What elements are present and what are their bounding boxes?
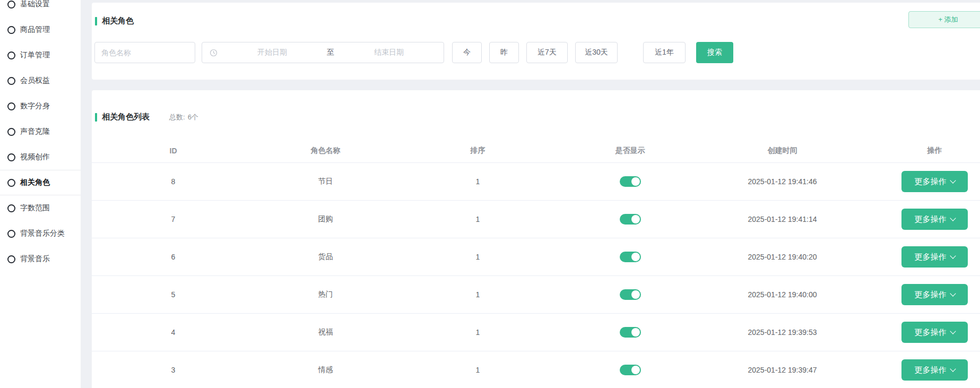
total-count-label: 总数: (169, 113, 185, 122)
sidebar-item-7[interactable]: 相关角色 (0, 170, 81, 195)
cell-visible (554, 365, 706, 375)
cell-created: 2025-01-12 19:39:47 (706, 366, 858, 374)
cell-name: 节日 (249, 177, 402, 186)
toggle-knob (631, 177, 640, 186)
cell-visible (554, 176, 706, 187)
circle-icon (7, 102, 15, 110)
quick-filter-7days[interactable]: 近7天 (526, 42, 568, 63)
more-actions-button[interactable]: 更多操作 (901, 209, 968, 230)
column-header-visible: 是否显示 (554, 146, 706, 156)
more-actions-button[interactable]: 更多操作 (901, 284, 968, 305)
sidebar-item-8[interactable]: 字数范围 (0, 195, 81, 221)
quick-filter-yesterday[interactable]: 昨 (489, 42, 519, 63)
circle-icon (7, 153, 15, 161)
list-card: 相关角色列表 总数: 6个 ID 角色名称 排序 是否显示 创建时间 操作 8节… (92, 90, 980, 388)
sidebar-item-10[interactable]: 背景音乐 (0, 246, 81, 272)
column-header-created: 创建时间 (706, 146, 858, 156)
table-row: 4祝福12025-01-12 19:39:53更多操作 (92, 314, 980, 351)
circle-icon (7, 179, 15, 187)
cell-sort: 1 (402, 366, 554, 374)
column-header-actions: 操作 (858, 146, 980, 156)
sidebar-item-label: 相关角色 (20, 178, 50, 187)
cell-created: 2025-01-12 19:41:14 (706, 215, 858, 223)
more-actions-label: 更多操作 (915, 252, 947, 262)
more-actions-label: 更多操作 (915, 214, 947, 225)
search-button[interactable]: 搜索 (696, 42, 733, 63)
visibility-toggle[interactable] (620, 176, 641, 187)
more-actions-button[interactable]: 更多操作 (901, 171, 968, 192)
cell-actions: 更多操作 (858, 246, 980, 268)
sidebar-item-6[interactable]: 视频创作 (0, 144, 81, 170)
visibility-toggle[interactable] (620, 252, 641, 262)
sidebar-item-0[interactable]: 基础设置 (0, 0, 81, 17)
sidebar-item-9[interactable]: 背景音乐分类 (0, 221, 81, 246)
cell-visible (554, 252, 706, 262)
cell-sort: 1 (402, 290, 554, 299)
circle-icon (7, 1, 15, 8)
visibility-toggle[interactable] (620, 365, 641, 375)
toggle-knob (631, 366, 640, 374)
circle-icon (7, 77, 15, 85)
cell-name: 团购 (249, 214, 402, 224)
role-name-input[interactable] (94, 42, 195, 63)
clock-icon (210, 49, 218, 57)
sidebar-item-5[interactable]: 声音克隆 (0, 119, 81, 144)
more-actions-label: 更多操作 (915, 327, 947, 338)
cell-name: 热门 (249, 290, 402, 299)
table-header: ID 角色名称 排序 是否显示 创建时间 操作 (92, 139, 980, 163)
quick-filter-today[interactable]: 今 (452, 42, 482, 63)
cell-name: 货品 (249, 252, 402, 262)
add-button[interactable]: + 添加 (908, 11, 980, 28)
cell-id: 3 (97, 366, 249, 374)
date-separator: 至 (327, 48, 334, 57)
table-row: 8节日12025-01-12 19:41:46更多操作 (92, 163, 980, 201)
sidebar-item-label: 背景音乐 (20, 254, 50, 264)
table-row: 5热门12025-01-12 19:40:00更多操作 (92, 276, 980, 314)
end-date-placeholder[interactable]: 结束日期 (334, 48, 444, 57)
cell-actions: 更多操作 (858, 171, 980, 192)
circle-icon (7, 204, 15, 212)
start-date-placeholder[interactable]: 开始日期 (218, 48, 327, 57)
chevron-down-icon (950, 215, 956, 221)
cell-sort: 1 (402, 328, 554, 337)
cell-created: 2025-01-12 19:41:46 (706, 177, 858, 186)
sidebar-menu: 基础设置商品管理订单管理会员权益数字分身声音克隆视频创作相关角色字数范围背景音乐… (0, 0, 81, 272)
cell-id: 4 (97, 328, 249, 337)
total-count-value: 6个 (188, 113, 198, 122)
visibility-toggle[interactable] (620, 327, 641, 338)
more-actions-button[interactable]: 更多操作 (901, 359, 968, 381)
cell-name: 情感 (249, 365, 402, 375)
circle-icon (7, 128, 15, 136)
date-range-picker[interactable]: 开始日期 至 结束日期 (202, 42, 444, 63)
more-actions-button[interactable]: 更多操作 (901, 322, 968, 343)
sidebar-item-2[interactable]: 订单管理 (0, 42, 81, 68)
sidebar-item-4[interactable]: 数字分身 (0, 93, 81, 119)
cell-created: 2025-01-12 19:40:20 (706, 253, 858, 261)
circle-icon (7, 230, 15, 238)
more-actions-button[interactable]: 更多操作 (901, 246, 968, 268)
cell-created: 2025-01-12 19:40:00 (706, 290, 858, 299)
cell-visible (554, 214, 706, 225)
sidebar-item-3[interactable]: 会员权益 (0, 68, 81, 93)
cell-id: 5 (97, 290, 249, 299)
circle-icon (7, 26, 15, 34)
cell-id: 6 (97, 253, 249, 261)
visibility-toggle[interactable] (620, 214, 641, 225)
toggle-knob (631, 328, 640, 337)
cell-sort: 1 (402, 215, 554, 223)
chevron-down-icon (950, 366, 956, 372)
cell-visible (554, 289, 706, 300)
chevron-down-icon (950, 290, 956, 296)
app-root: { "colors": { "primary_green": "#35b98e"… (0, 0, 980, 388)
table-body: 8节日12025-01-12 19:41:46更多操作7团购12025-01-1… (92, 163, 980, 388)
column-header-id: ID (97, 146, 249, 155)
sidebar-item-label: 商品管理 (20, 25, 50, 35)
quick-filter-30days[interactable]: 近30天 (575, 42, 618, 63)
sidebar: 基础设置商品管理订单管理会员权益数字分身声音克隆视频创作相关角色字数范围背景音乐… (0, 0, 81, 388)
list-title: 相关角色列表 (102, 112, 150, 122)
quick-filter-1year[interactable]: 近1年 (643, 42, 686, 63)
page-title: 相关角色 (102, 16, 134, 26)
visibility-toggle[interactable] (620, 289, 641, 300)
sidebar-item-1[interactable]: 商品管理 (0, 17, 81, 42)
cell-created: 2025-01-12 19:39:53 (706, 328, 858, 337)
